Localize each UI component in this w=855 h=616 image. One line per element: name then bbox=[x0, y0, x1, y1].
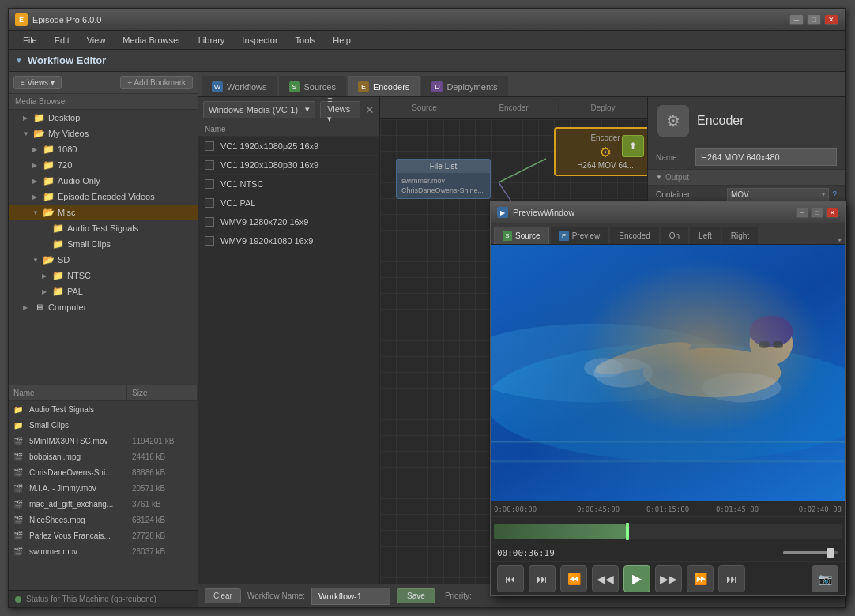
tree-item-my-videos[interactable]: ▼ 📂 My Videos bbox=[9, 126, 198, 141]
preview-tab-left[interactable]: Left bbox=[690, 227, 721, 244]
encoder-list-item[interactable]: VC1 1920x1080p25 16x9 bbox=[198, 137, 379, 156]
workflow-collapse-button[interactable]: ▼ bbox=[15, 56, 23, 65]
views-button[interactable]: ≡ Views ▾ bbox=[13, 76, 62, 89]
transport-skip-to-start[interactable]: ⏮ bbox=[497, 565, 524, 592]
tree-item-episode-encoded[interactable]: ▶ 📁 Episode Encoded Videos bbox=[9, 189, 198, 205]
transport-play[interactable]: ▶ bbox=[623, 565, 650, 592]
tab-workflows[interactable]: W Workflows bbox=[202, 76, 277, 96]
close-button[interactable]: ✕ bbox=[824, 14, 838, 25]
encoder-checkbox[interactable] bbox=[205, 141, 214, 151]
preview-minimize-button[interactable]: ─ bbox=[796, 208, 808, 218]
encoder-select-arrow: ▾ bbox=[305, 104, 310, 115]
minimize-button[interactable]: ─ bbox=[789, 14, 804, 25]
menu-help[interactable]: Help bbox=[325, 34, 359, 47]
tree-item-small-clips[interactable]: 📁 Small Clips bbox=[9, 236, 198, 252]
encoder-list-item[interactable]: WMV9 1920x1080 16x9 bbox=[198, 231, 379, 250]
file-name: Small Clips bbox=[29, 421, 132, 430]
clear-button[interactable]: Clear bbox=[205, 588, 241, 603]
preview-tab-source[interactable]: S Source bbox=[494, 227, 549, 244]
properties-name-value[interactable]: H264 MOV 640x480 bbox=[695, 148, 837, 166]
timeline-track[interactable] bbox=[494, 524, 842, 539]
tab-encoders[interactable]: E Encoders bbox=[348, 76, 420, 96]
tree-arrow bbox=[42, 241, 51, 248]
preview-tabs-dropdown-arrow[interactable]: ▾ bbox=[838, 235, 842, 244]
preview-tab-on[interactable]: On bbox=[661, 227, 688, 244]
menu-tools[interactable]: Tools bbox=[288, 34, 324, 47]
list-item[interactable]: 🎬 swimmer.mov 26037 kB bbox=[9, 543, 198, 559]
tree-item-computer[interactable]: ▶ 🖥 Computer bbox=[9, 299, 198, 315]
encoder-views-button[interactable]: ≡ Views ▾ bbox=[320, 101, 360, 118]
tree-item-ntsc[interactable]: ▶ 📁 NTSC bbox=[9, 268, 198, 284]
menu-media-browser[interactable]: Media Browser bbox=[115, 34, 188, 47]
transport-camera[interactable]: 📷 bbox=[812, 565, 838, 592]
tree-item-sd[interactable]: ▼ 📂 SD bbox=[9, 252, 198, 268]
menu-edit[interactable]: Edit bbox=[47, 34, 77, 47]
list-item[interactable]: 🎬 ChrisDaneOwens-Shi... 88886 kB bbox=[9, 464, 198, 480]
preview-window: ▶ PreviewWindow ─ □ ✕ S Source P Preview… bbox=[490, 201, 846, 596]
folder-open-icon: 📂 bbox=[32, 128, 45, 139]
list-item[interactable]: 📁 Audio Test Signals bbox=[9, 401, 198, 417]
transport-prev-frame[interactable]: ⏭ bbox=[529, 565, 556, 592]
tab-sources[interactable]: S Sources bbox=[279, 76, 346, 96]
tree-item-audio-test-signals[interactable]: 📁 Audio Test Signals bbox=[9, 220, 198, 236]
menu-file[interactable]: File bbox=[15, 34, 45, 47]
folder-icon: 📁 bbox=[42, 191, 55, 202]
tree-item-pal[interactable]: ▶ 📁 PAL bbox=[9, 284, 198, 299]
encoder-checkbox[interactable] bbox=[205, 217, 214, 227]
tree-item-audio-only[interactable]: ▶ 📁 Audio Only bbox=[9, 173, 198, 189]
transport-end[interactable]: ⏭ bbox=[718, 565, 745, 592]
tree-arrow: ▶ bbox=[42, 288, 51, 295]
menu-library[interactable]: Library bbox=[190, 34, 233, 47]
save-button[interactable]: Save bbox=[397, 588, 435, 603]
preview-tab-preview[interactable]: P Preview bbox=[551, 227, 609, 244]
encoder-list-item[interactable]: VC1 PAL bbox=[198, 193, 379, 212]
encoder-list-item[interactable]: VC1 NTSC bbox=[198, 175, 379, 193]
encoder-preset-select[interactable]: Windows Media (VC-1) ▾ bbox=[203, 101, 315, 118]
tree-arrow: ▶ bbox=[42, 272, 51, 280]
preview-tab-encoded[interactable]: Encoded bbox=[610, 227, 658, 244]
encoder-checkbox[interactable] bbox=[205, 198, 214, 208]
file-list-node[interactable]: File List swimmer.mov ChrisDaneOwens-Shi… bbox=[396, 159, 491, 199]
menu-inspector[interactable]: Inspector bbox=[234, 34, 285, 47]
volume-track[interactable] bbox=[783, 551, 838, 554]
preview-close-button[interactable]: ✕ bbox=[826, 208, 838, 218]
list-item[interactable]: 🎬 Parlez Vous Francais... 27728 kB bbox=[9, 528, 198, 543]
encoder-item-label: WMV9 1280x720 16x9 bbox=[220, 217, 308, 227]
properties-help-icon[interactable]: ? bbox=[832, 190, 837, 199]
transport-rewind[interactable]: ◀◀ bbox=[592, 565, 619, 592]
encoder-checkbox[interactable] bbox=[205, 179, 214, 189]
list-item[interactable]: 📁 Small Clips bbox=[9, 417, 198, 433]
transport-step-back[interactable]: ⏪ bbox=[560, 565, 587, 592]
add-bookmark-button[interactable]: + Add Bookmark bbox=[120, 76, 193, 89]
timeline-playhead[interactable] bbox=[626, 523, 629, 540]
workflow-name-input[interactable] bbox=[311, 588, 390, 605]
list-item[interactable]: 🎬 NiceShoes.mpg 68124 kB bbox=[9, 512, 198, 528]
preview-timeline[interactable] bbox=[491, 516, 845, 545]
file-icon: 🎬 bbox=[13, 500, 26, 509]
deploy-button-1[interactable]: ⬆ bbox=[622, 135, 644, 157]
encoder-close-button[interactable]: ✕ bbox=[365, 103, 375, 116]
tree-arrow: ▶ bbox=[32, 193, 42, 201]
tree-item-1080[interactable]: ▶ 📁 1080 bbox=[9, 141, 198, 157]
tab-deployments[interactable]: D Deployments bbox=[421, 76, 507, 96]
list-item[interactable]: 🎬 bobpisani.mpg 24416 kB bbox=[9, 449, 198, 464]
encoder-list-item[interactable]: WMV9 1280x720 16x9 bbox=[198, 212, 379, 231]
preview-tab-right[interactable]: Right bbox=[722, 227, 758, 244]
tree-item-720[interactable]: ▶ 📁 720 bbox=[9, 157, 198, 173]
transport-fast-forward[interactable]: ▶▶ bbox=[655, 565, 682, 592]
maximize-button[interactable]: □ bbox=[807, 14, 821, 25]
encoder-checkbox[interactable] bbox=[205, 236, 214, 246]
list-item[interactable]: 🎬 M.I.A. - Jimmy.mov 20571 kB bbox=[9, 480, 198, 496]
list-item[interactable]: 🎬 5MinIMX30NTSC.mov 1194201 kB bbox=[9, 433, 198, 449]
encoder-list-item[interactable]: VC1 1920x1080p30 16x9 bbox=[198, 156, 379, 175]
menu-view[interactable]: View bbox=[79, 34, 114, 47]
encoder-checkbox[interactable] bbox=[205, 160, 214, 170]
file-name: mac_ad_gift_exchang... bbox=[29, 500, 132, 509]
properties-container-value[interactable]: MOV ▾ bbox=[727, 188, 829, 201]
list-item[interactable]: 🎬 mac_ad_gift_exchang... 3761 kB bbox=[9, 496, 198, 512]
transport-skip-to-end[interactable]: ⏩ bbox=[687, 565, 714, 592]
volume-handle[interactable] bbox=[827, 548, 834, 558]
tree-item-desktop[interactable]: ▶ 📁 Desktop bbox=[9, 110, 198, 126]
tree-item-misc[interactable]: ▼ 📂 Misc bbox=[9, 205, 198, 220]
preview-maximize-button[interactable]: □ bbox=[811, 208, 823, 218]
